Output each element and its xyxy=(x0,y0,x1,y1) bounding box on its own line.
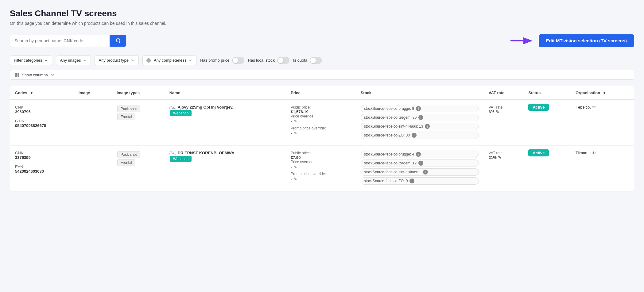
col-header-codes: Codes ▼ xyxy=(10,86,74,100)
cell-image xyxy=(74,100,112,146)
info-icon[interactable]: i xyxy=(425,124,430,129)
arrow-icon xyxy=(509,36,534,45)
status-badge: Active xyxy=(528,149,549,156)
stock-source-label: stockSource-febelco-brugge: 4 xyxy=(364,152,414,156)
col-header-price: Price xyxy=(286,86,356,100)
search-input[interactable] xyxy=(10,35,110,46)
filter-categories-label: Filter categories xyxy=(14,58,42,63)
stock-source-label: stockSource-febelco-ZO: 30 xyxy=(364,133,410,137)
chevron-down-icon xyxy=(50,72,55,77)
edit-mt-vision-button[interactable]: Edit MT.vision selection (TV screens) xyxy=(539,34,634,47)
image-type-tag: Frontal xyxy=(117,113,135,120)
product-name: DR ERNST KORENBLOEMWA... xyxy=(178,151,238,155)
filter-icon: ▼ xyxy=(603,90,607,95)
cell-stock: stockSource-febelco-brugge: 9istockSourc… xyxy=(356,100,484,146)
search-icon xyxy=(115,38,121,44)
edit-promo-icon[interactable]: ✎ xyxy=(294,131,297,136)
col-header-name: Name xyxy=(165,86,286,100)
stock-source-label: stockSource-febelco-sint-niklaas: 13 xyxy=(364,124,423,129)
col-header-status: Status xyxy=(523,86,571,100)
col-header-image: Image xyxy=(74,86,112,100)
cell-vat: VAT rate:6% ✎ xyxy=(484,100,524,146)
channel-tag: Webshop xyxy=(170,156,192,162)
cell-stock: stockSource-febelco-brugge: 4istockSourc… xyxy=(356,146,484,191)
has-promo-price-toggle[interactable] xyxy=(232,57,244,64)
page-subtitle: On this page you can determine which pro… xyxy=(10,21,634,26)
show-columns-button[interactable]: Show columns xyxy=(10,70,634,80)
cell-organisation: Tilman, I 👁 xyxy=(571,146,634,191)
filter-has-local-stock: Has local stock xyxy=(248,57,289,64)
filter-images-label: Any images xyxy=(60,58,81,63)
eye-icon[interactable]: 👁 xyxy=(592,151,596,155)
vat-value: 21% xyxy=(489,155,497,160)
has-local-stock-label: Has local stock xyxy=(248,58,275,63)
edit-price-icon[interactable]: ✎ xyxy=(294,165,297,169)
cell-vat: VAT rate:21% ✎ xyxy=(484,146,524,191)
filter-product-type[interactable]: Any product type xyxy=(95,56,139,65)
cell-codes: CNK:3960796GTIN:05407003826678 xyxy=(10,100,74,146)
cell-status: Active xyxy=(523,100,571,146)
stock-source-label: stockSource-febelco-ZO: 0 xyxy=(364,179,408,183)
organisation-name: Tilman, I xyxy=(576,151,591,155)
cell-name: (NL) DR ERNST KORENBLOEMWA...Webshop xyxy=(165,146,286,191)
stock-chip: stockSource-febelco-izegem: 30i xyxy=(361,114,479,121)
eye-icon[interactable]: 👁 xyxy=(592,105,596,110)
stock-chip: stockSource-febelco-sint-niklaas: 1i xyxy=(361,168,479,176)
image-type-tag: Pack shot xyxy=(117,106,140,112)
info-icon[interactable]: i xyxy=(416,106,421,111)
edit-price-icon[interactable]: ✎ xyxy=(294,119,297,124)
stock-source-label: stockSource-febelco-izegem: 12 xyxy=(364,161,417,165)
filter-completeness[interactable]: Any completeness xyxy=(142,56,196,65)
edit-vat-icon[interactable]: ✎ xyxy=(496,110,499,114)
svg-rect-2 xyxy=(15,73,16,77)
is-quota-toggle[interactable] xyxy=(310,57,322,64)
vat-value: 6% xyxy=(489,110,495,114)
filter-product-type-label: Any product type xyxy=(99,58,129,63)
page-title: Sales Channel TV screens xyxy=(10,9,634,18)
toggle-thumb xyxy=(278,58,283,63)
status-badge: Active xyxy=(528,104,549,111)
top-bar: Edit MT.vision selection (TV screens) xyxy=(10,34,634,47)
col-header-vat-rate: VAT rate xyxy=(484,86,524,100)
filter-is-quota: Is quota xyxy=(293,57,322,64)
table-row: CNK:3376399EAN:5420024603080Pack shotFro… xyxy=(10,146,634,191)
filter-completeness-label: Any completeness xyxy=(154,58,186,63)
col-header-organisation: Organisation ▼ xyxy=(571,86,634,100)
edit-vat-icon[interactable]: ✎ xyxy=(498,155,501,160)
product-name: Ajovy 225mg Opl Inj Voorgev... xyxy=(178,105,236,110)
svg-rect-4 xyxy=(18,73,19,77)
chevron-down-icon xyxy=(188,58,192,63)
stock-source-label: stockSource-febelco-brugge: 9 xyxy=(364,106,414,111)
edit-promo-icon[interactable]: ✎ xyxy=(294,177,297,181)
info-icon[interactable]: i xyxy=(416,152,421,157)
info-icon[interactable]: i xyxy=(412,133,417,138)
filter-categories[interactable]: Filter categories xyxy=(10,56,52,65)
filter-images[interactable]: Any images xyxy=(56,56,91,65)
cell-organisation: Febelco, 👁 xyxy=(571,100,634,146)
chevron-down-icon xyxy=(83,58,87,63)
search-button[interactable] xyxy=(110,35,126,47)
info-icon[interactable]: i xyxy=(409,179,414,183)
cell-image xyxy=(74,146,112,191)
filter-has-promo-price: Has promo price xyxy=(200,57,244,64)
chevron-down-icon xyxy=(44,58,48,63)
info-icon[interactable]: i xyxy=(423,170,428,175)
info-icon[interactable]: i xyxy=(418,115,423,120)
filter-icon: ▼ xyxy=(29,90,33,95)
image-type-tag: Frontal xyxy=(117,159,135,166)
show-columns-label: Show columns xyxy=(22,73,48,77)
cell-price: Public price:€7.90 Price override: - ✎ P… xyxy=(286,146,356,191)
col-header-stock: Stock xyxy=(356,86,484,100)
action-group: Edit MT.vision selection (TV screens) xyxy=(509,34,634,47)
svg-rect-3 xyxy=(16,73,17,77)
stock-chip: stockSource-febelco-brugge: 4i xyxy=(361,151,479,158)
table-row: CNK:3960796GTIN:05407003826678Pack shotF… xyxy=(10,100,634,146)
toggle-thumb xyxy=(310,58,316,63)
cell-codes: CNK:3376399EAN:5420024603080 xyxy=(10,146,74,191)
cell-name: (NL) Ajovy 225mg Opl Inj Voorgev...Websh… xyxy=(165,100,286,146)
info-icon[interactable]: i xyxy=(418,161,423,166)
filters-row: Filter categories Any images Any product… xyxy=(10,56,634,65)
is-quota-label: Is quota xyxy=(293,58,307,63)
has-local-stock-toggle[interactable] xyxy=(277,57,289,64)
channel-tag: Webshop xyxy=(170,110,192,116)
